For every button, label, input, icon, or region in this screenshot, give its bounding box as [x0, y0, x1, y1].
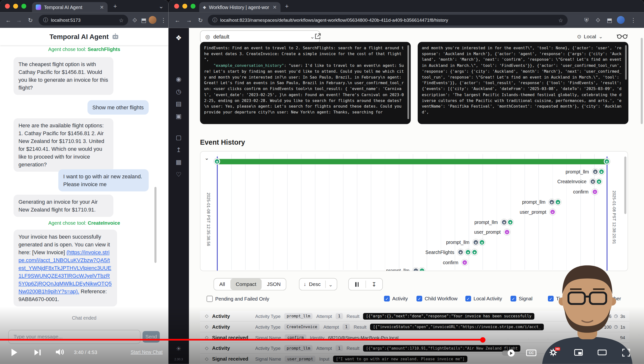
collapse-chevron-icon[interactable]: ⌄	[204, 155, 209, 161]
autoplay-toggle[interactable]	[502, 350, 514, 356]
minimize-window-icon[interactable]	[13, 4, 18, 8]
temporal-logo-icon[interactable]: ❖	[168, 34, 189, 42]
workflow-start-marker[interactable]: ◆	[214, 158, 220, 164]
external-link-icon[interactable]	[314, 33, 321, 40]
signal-marker[interactable]: ●	[462, 259, 468, 266]
minimize-window-icon[interactable]	[182, 4, 187, 8]
miniplayer-icon[interactable]	[574, 349, 583, 356]
sort-order-control[interactable]: ↓ Desc ⌄	[299, 278, 337, 290]
invoice-link[interactable]: (https://invoice.stripe.com/i/acct_1NBOL…	[18, 249, 112, 294]
workflow-execution-bar[interactable]	[217, 159, 610, 164]
panel-scrollbar[interactable]	[625, 45, 627, 80]
forward-icon[interactable]: →	[14, 17, 24, 24]
zoom-window-icon[interactable]	[22, 4, 26, 8]
namespace-select[interactable]: ◎ default ⌄	[200, 30, 320, 43]
profile-avatar[interactable]	[617, 16, 625, 24]
chat-scrollbar[interactable]	[154, 187, 156, 263]
site-info-icon[interactable]: ⓘ	[43, 16, 48, 24]
reload-icon[interactable]: ↻	[25, 17, 35, 24]
close-window-icon[interactable]	[5, 4, 10, 8]
browser-menu-icon[interactable]: ⋮	[628, 17, 638, 24]
activity-scheduled-marker[interactable]: ◆	[592, 168, 598, 175]
close-tab-icon[interactable]: ✕	[273, 4, 277, 10]
support-icon[interactable]: ♡	[168, 171, 189, 178]
activity-completed-marker[interactable]: ◆	[479, 239, 485, 246]
play-button[interactable]	[12, 349, 17, 356]
activity-scheduled-marker[interactable]: ◆	[590, 178, 596, 185]
close-window-icon[interactable]	[174, 4, 179, 8]
workflow-end-marker[interactable]: ◆	[604, 158, 610, 164]
address-bar[interactable]: ⓘ localhost:8233/namespaces/default/work…	[208, 15, 568, 26]
back-icon[interactable]: ←	[3, 17, 13, 24]
pause-button[interactable]	[348, 282, 365, 287]
bookmark-star-icon[interactable]: ☆	[119, 17, 124, 23]
address-bar[interactable]: ⓘ localhost:5173 ☆	[38, 15, 128, 26]
panel-scrollbar[interactable]	[408, 45, 409, 119]
pending-failed-filter[interactable]: Pending and Failed Only	[206, 296, 269, 302]
view-compact-tab[interactable]: Compact	[230, 278, 262, 290]
signal-marker[interactable]: ●	[504, 229, 510, 235]
bookmark-star-icon[interactable]: ☆	[558, 17, 563, 23]
view-all-tab[interactable]: All	[214, 278, 230, 290]
page-scrollbar[interactable]	[641, 38, 643, 124]
activity-started-marker[interactable]: ◆	[465, 249, 471, 255]
fullscreen-icon[interactable]	[622, 349, 630, 356]
workflow-result-panel[interactable]: and month you're interested in for the e…	[418, 42, 628, 124]
checkbox-unchecked[interactable]	[206, 296, 213, 302]
theater-mode-icon[interactable]	[598, 350, 607, 356]
workflow-input-panel[interactable]: FindEvents: Find an event to travel to 2…	[200, 42, 411, 124]
extension-ci-icon[interactable]: ⟐	[130, 17, 140, 24]
site-info-icon[interactable]: ⓘ	[212, 16, 217, 24]
activity-completed-marker[interactable]: ◆	[472, 249, 478, 255]
activity-completed-marker[interactable]: ◆	[596, 178, 602, 185]
volume-icon[interactable]	[55, 348, 65, 356]
new-tab-icon[interactable]: +	[114, 2, 117, 10]
start-new-chat-link[interactable]: Start New Chat	[130, 350, 162, 354]
timeline-scrollbar[interactable]	[624, 156, 626, 214]
extensions-puzzle-icon[interactable]: ⬒	[139, 17, 148, 24]
cluster-select[interactable]: ⊙ Local ⌄	[577, 33, 603, 39]
import-icon[interactable]: ↥	[168, 146, 189, 154]
extension-ci-icon[interactable]: ⟐	[593, 17, 603, 24]
archival-icon[interactable]: ▣	[168, 112, 189, 120]
tab-search-icon[interactable]: ⌄	[158, 2, 164, 10]
activity-scheduled-marker[interactable]: ◆	[548, 199, 555, 205]
schedules-icon[interactable]: ◷	[168, 88, 189, 95]
checkbox-checked[interactable]: ✓	[466, 296, 471, 302]
feedback-icon[interactable]: ▦	[168, 158, 189, 166]
view-json-tab[interactable]: JSON	[262, 278, 286, 290]
captions-button[interactable]: CC	[526, 350, 536, 356]
labs-glasses-icon[interactable]	[617, 33, 628, 39]
back-icon[interactable]: ←	[172, 17, 182, 24]
filter-activity[interactable]: ✓Activity	[384, 296, 408, 302]
workflows-icon[interactable]: ◉	[168, 76, 189, 83]
codec-icon[interactable]: ▢	[168, 134, 189, 141]
close-tab-icon[interactable]: ✕	[100, 4, 104, 10]
browser-menu-icon[interactable]: ⋮	[158, 17, 168, 24]
signal-marker[interactable]: ●	[592, 189, 598, 195]
activity-scheduled-marker[interactable]: ◆	[458, 249, 464, 255]
next-button[interactable]	[34, 350, 40, 356]
signal-marker[interactable]: ●	[550, 209, 556, 215]
filter-child-workflow[interactable]: ✓Child Workflow	[416, 296, 458, 302]
progress-scrubber[interactable]	[480, 337, 486, 342]
activity-scheduled-marker[interactable]: ◆	[501, 219, 507, 225]
activity-scheduled-marker[interactable]: ◆	[473, 239, 479, 246]
browser-tab[interactable]: ◆ Workflow History | agent-wor ✕	[199, 2, 280, 12]
activity-completed-marker[interactable]: ◆	[507, 219, 513, 225]
zoom-window-icon[interactable]	[190, 4, 196, 8]
profile-avatar[interactable]	[148, 16, 156, 24]
chevron-down-icon[interactable]: ⌄	[328, 281, 333, 287]
deployments-icon[interactable]: ▤	[168, 100, 189, 108]
filter-local-activity[interactable]: ✓Local Activity	[466, 296, 502, 302]
checkbox-checked[interactable]: ✓	[384, 296, 390, 302]
activity-completed-marker[interactable]: ◆	[598, 168, 604, 175]
browser-tab[interactable]: Temporal AI Agent ✕	[32, 2, 108, 12]
new-tab-icon[interactable]: +	[285, 2, 288, 10]
forward-icon[interactable]: →	[184, 17, 194, 24]
activity-completed-marker[interactable]: ◆	[555, 199, 561, 205]
shield-icon[interactable]: ⛨	[582, 17, 591, 24]
checkbox-checked[interactable]: ✓	[510, 296, 516, 302]
download-button[interactable]: ↧	[366, 281, 382, 288]
filter-signal[interactable]: ✓Signal	[510, 296, 532, 302]
